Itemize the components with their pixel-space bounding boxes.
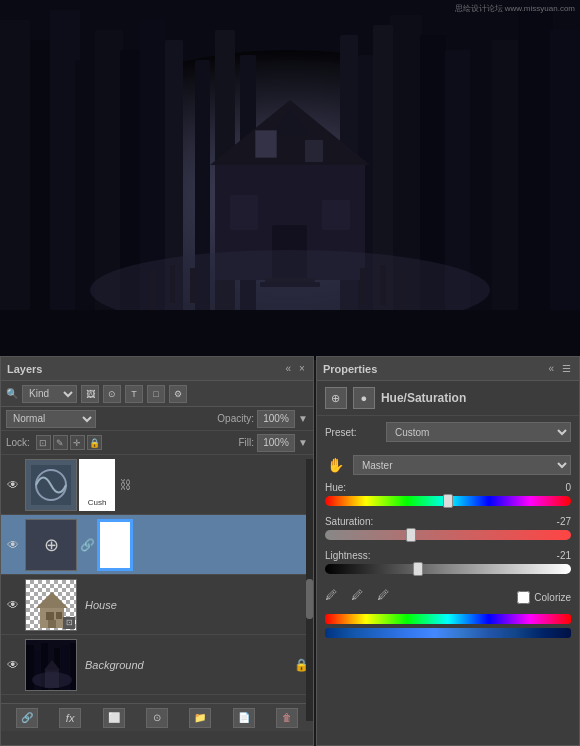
- preset-select[interactable]: Custom Default Cyanotype: [386, 422, 571, 442]
- layer-visibility-eye[interactable]: 👁: [5, 657, 21, 673]
- svg-rect-48: [46, 612, 54, 620]
- lock-move-btn[interactable]: ✛: [70, 435, 85, 450]
- lock-all-btn[interactable]: 🔒: [87, 435, 102, 450]
- lightness-thumb[interactable]: [413, 562, 423, 576]
- hue-slider-row: Hue: 0: [325, 482, 571, 506]
- layers-panel-header: Layers « ×: [1, 357, 313, 381]
- group-layers-btn[interactable]: 📁: [189, 708, 211, 728]
- properties-header-controls: « ☰: [546, 363, 573, 374]
- layers-collapse-btn[interactable]: «: [284, 363, 294, 374]
- layers-close-btn[interactable]: ×: [297, 363, 307, 374]
- spectrum-top-bar: [325, 614, 571, 624]
- lock-transparent-btn[interactable]: ⊡: [36, 435, 51, 450]
- svg-rect-28: [305, 140, 323, 162]
- opacity-input[interactable]: [257, 410, 295, 428]
- link-layers-btn[interactable]: 🔗: [16, 708, 38, 728]
- svg-rect-42: [400, 270, 405, 308]
- add-mask-btn[interactable]: ⬜: [103, 708, 125, 728]
- svg-rect-29: [256, 131, 276, 157]
- saturation-thumb[interactable]: [406, 528, 416, 542]
- kind-label: 🔍: [6, 388, 18, 399]
- lightness-value[interactable]: -21: [557, 550, 571, 561]
- svg-rect-39: [190, 268, 195, 303]
- adjustment-layer-btn[interactable]: ⊙: [146, 708, 168, 728]
- filter-smart-btn[interactable]: ⚙: [169, 385, 187, 403]
- layer-item[interactable]: 👁: [1, 635, 313, 695]
- hue-value[interactable]: 0: [565, 482, 571, 493]
- layer-item[interactable]: 👁 ⊕ 🔗: [1, 515, 313, 575]
- layer-footer: 🔗 fx ⬜ ⊙ 📁 📄 🗑: [1, 703, 313, 731]
- channel-select[interactable]: Master Reds Yellows Greens Cyans Blues M…: [353, 455, 571, 475]
- filter-type-btn[interactable]: T: [125, 385, 143, 403]
- layer-thumbs: ⊕ 🔗: [25, 519, 133, 571]
- hue-track[interactable]: [325, 496, 571, 506]
- properties-panel-header: Properties « ☰: [317, 357, 579, 381]
- layer-item[interactable]: 👁 ⊡ House: [1, 575, 313, 635]
- filter-shape-btn[interactable]: □: [147, 385, 165, 403]
- kind-select[interactable]: Kind: [22, 385, 77, 403]
- filter-image-btn[interactable]: 🖼: [81, 385, 99, 403]
- blend-mode-select[interactable]: Normal Multiply Screen Overlay: [6, 410, 96, 428]
- layer-badge: ⊡: [63, 617, 75, 629]
- layer-chain: ⛓: [120, 478, 132, 492]
- layer-visibility-eye[interactable]: 👁: [5, 597, 21, 613]
- lightness-slider-header: Lightness: -21: [325, 550, 571, 561]
- colorize-group: Colorize: [517, 591, 571, 604]
- lightness-label: Lightness:: [325, 550, 371, 561]
- lightness-slider-row: Lightness: -21: [325, 550, 571, 574]
- opacity-group: Opacity: ▼: [217, 410, 308, 428]
- properties-collapse-btn[interactable]: «: [546, 363, 556, 374]
- layer-item[interactable]: 👁 Cush ⛓: [1, 455, 313, 515]
- fill-input[interactable]: [257, 434, 295, 452]
- svg-rect-31: [322, 200, 350, 230]
- layer-visibility-eye[interactable]: 👁: [5, 537, 21, 553]
- layers-scrollbar-track: [306, 459, 313, 721]
- sample-color-btn[interactable]: 🖉: [325, 588, 343, 606]
- saturation-value[interactable]: -27: [557, 516, 571, 527]
- svg-point-60: [32, 672, 72, 688]
- opacity-dropdown-arrow[interactable]: ▼: [298, 413, 308, 424]
- svg-rect-37: [150, 270, 156, 310]
- filter-adjustment-btn[interactable]: ⊙: [103, 385, 121, 403]
- clip-to-layer-btn[interactable]: ⊕: [325, 387, 347, 409]
- previous-state-btn[interactable]: ●: [353, 387, 375, 409]
- sample-add-btn[interactable]: 🖉: [351, 588, 369, 606]
- layer-thumbs: [25, 639, 77, 691]
- saturation-slider-row: Saturation: -27: [325, 516, 571, 540]
- layer-thumbnail: [25, 639, 77, 691]
- hue-thumb[interactable]: [443, 494, 453, 508]
- svg-rect-15: [518, 10, 553, 360]
- saturation-track[interactable]: [325, 530, 571, 540]
- mask-label: Cush: [88, 498, 107, 507]
- preset-label: Preset:: [325, 427, 380, 438]
- fill-dropdown-arrow[interactable]: ▼: [298, 437, 308, 448]
- lock-icons: ⊡ ✎ ✛ 🔒: [36, 435, 102, 450]
- layer-visibility-eye[interactable]: 👁: [5, 477, 21, 493]
- lightness-track[interactable]: [325, 564, 571, 574]
- layers-scrollbar-thumb[interactable]: [306, 579, 313, 619]
- layer-effects-btn[interactable]: fx: [59, 708, 81, 728]
- opacity-label: Opacity:: [217, 413, 254, 424]
- delete-layer-btn[interactable]: 🗑: [276, 708, 298, 728]
- canvas-area: 思绘设计论坛 www.missyuan.com: [0, 0, 580, 360]
- saturation-label: Saturation:: [325, 516, 373, 527]
- colorize-row: 🖉 🖉 🖉 Colorize: [317, 584, 579, 610]
- saturation-slider-header: Saturation: -27: [325, 516, 571, 527]
- layers-panel-title: Layers: [7, 363, 42, 375]
- svg-rect-36: [0, 310, 580, 360]
- new-layer-btn[interactable]: 📄: [233, 708, 255, 728]
- svg-rect-40: [360, 268, 365, 306]
- lock-image-btn[interactable]: ✎: [53, 435, 68, 450]
- properties-menu-btn[interactable]: ☰: [560, 363, 573, 374]
- sample-subtract-btn[interactable]: 🖉: [377, 588, 395, 606]
- blend-mode-row: Normal Multiply Screen Overlay Opacity: …: [1, 407, 313, 431]
- hand-tool[interactable]: ✋: [325, 454, 347, 476]
- properties-panel: Properties « ☰ ⊕ ● Hue/Saturation Preset…: [316, 356, 580, 746]
- lock-row: Lock: ⊡ ✎ ✛ 🔒 Fill: ▼: [1, 431, 313, 455]
- colorize-checkbox[interactable]: [517, 591, 530, 604]
- svg-rect-50: [48, 620, 56, 628]
- hue-sat-header: ⊕ ● Hue/Saturation: [317, 381, 579, 416]
- layer-name: Background: [85, 659, 286, 671]
- colorize-label: Colorize: [534, 592, 571, 603]
- spectrum-bottom-bar: [325, 628, 571, 638]
